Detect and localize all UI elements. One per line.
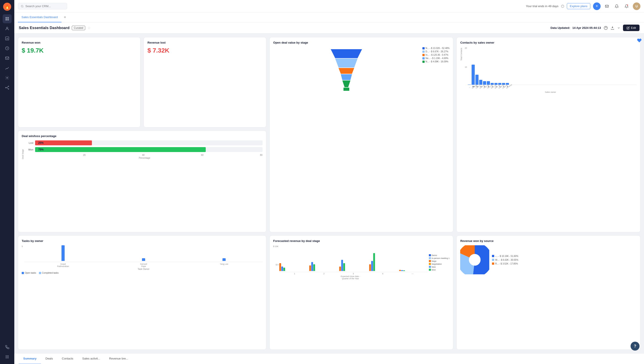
bar-fill-won: 75% [35, 147, 206, 152]
download-icon[interactable] [610, 26, 614, 30]
bar-pct-lost: 25% [38, 141, 44, 144]
pie-legend-1: -... - $ 10.16K - 51.60% [495, 255, 518, 257]
sidebar-item-inbox[interactable] [3, 54, 12, 62]
edit-button[interactable]: Edit [623, 24, 640, 31]
forecasted-revenue-card: Forecasted revenue by deal stage $ 10K $… [270, 236, 454, 350]
legend-nego-color [429, 260, 431, 262]
funnel-layer-1 [331, 49, 362, 58]
contacts-by-owner-card: Contacts by sales owner Total Contacts 2… [456, 37, 640, 232]
sidebar-item-dashboard[interactable] [3, 14, 12, 23]
dash-header-right: Data Updated: 14 Apr 2024 05:44:13 Edit [550, 24, 640, 31]
forecasted-x-1: 1 [294, 272, 295, 275]
favorite-icon[interactable] [637, 38, 642, 43]
bar-track-lost: 25% [35, 140, 262, 145]
sidebar: 🔥 [0, 0, 14, 364]
bottom-tab-summary[interactable]: Summary [19, 354, 41, 364]
search-input[interactable] [26, 4, 64, 8]
forecasted-bar-3-won [343, 263, 345, 271]
forecasted-bar-5-new [401, 270, 403, 271]
bottom-tabs: Summary Deals Contacts Sales activit... … [14, 353, 644, 364]
deal-win-loss-card: Deal win/loss percentage Deal Stage Lost… [18, 130, 266, 232]
help-circle-icon[interactable] [604, 26, 608, 30]
bar-fill-lost: 25% [35, 140, 92, 145]
funnel-legend-4: Ne... - $ 1.19K - 4.69% [426, 57, 448, 60]
task-bar-yang-open [222, 258, 226, 261]
pie-chart [460, 245, 489, 274]
forecasted-bar-2-new [311, 262, 313, 271]
revenue-lost-card: Revenue lost $ 7.32K [144, 37, 266, 128]
contacts-bar-ramesh [472, 64, 475, 85]
funnel-legend-3: In... - $ 120.36 - 0.47% [426, 54, 448, 56]
forecasted-x-5: --- [412, 272, 414, 275]
sidebar-item-settings[interactable] [3, 73, 12, 82]
svg-point-4 [6, 27, 8, 28]
legend-won: Won [432, 269, 436, 271]
add-button[interactable]: + [593, 2, 600, 10]
svg-rect-2 [6, 19, 7, 20]
sidebar-item-reports[interactable] [3, 34, 12, 43]
pie-legend-1-color [492, 255, 494, 257]
svg-point-12 [6, 355, 6, 356]
help-button[interactable]: ? [630, 342, 640, 350]
funnel-layer-3 [338, 68, 354, 74]
funnel-layer-5 [342, 80, 350, 87]
bottom-tab-contacts[interactable]: Contacts [58, 354, 78, 364]
legend-negotiation: Negotiation [432, 263, 442, 265]
tab-add-button[interactable]: + [62, 14, 69, 21]
svg-point-29 [469, 254, 480, 266]
avatar[interactable]: U [633, 2, 640, 10]
dash-header: Sales Essentials Dashboard Curated ☆ Dat… [14, 22, 644, 34]
revenue-won-value: $ 19.7K [22, 47, 137, 54]
logo[interactable]: 🔥 [3, 3, 11, 11]
tab-sales-essentials[interactable]: Sales Essentials Dashboard [18, 12, 62, 22]
bell-outline-icon[interactable] [613, 3, 620, 10]
bar-label-lost: Lost [26, 142, 33, 144]
svg-rect-23 [605, 5, 608, 8]
svg-point-13 [7, 355, 8, 356]
task-bar-gopal-open [62, 245, 64, 261]
contacts-x-title: Sales owner [464, 91, 636, 93]
open-deal-value-card: Open deal value by stage [270, 37, 454, 232]
svg-point-18 [6, 358, 6, 358]
forecasted-bar-4-new [371, 261, 373, 271]
completed-tasks-label: Completed tasks [42, 272, 58, 274]
bottom-tab-deals[interactable]: Deals [41, 354, 57, 364]
star-icon[interactable]: ☆ [88, 26, 90, 30]
forecasted-bar-1-won [283, 268, 285, 271]
funnel-base [344, 88, 349, 91]
svg-point-10 [8, 86, 9, 87]
topbar: Your trial ends in 49 days Explore plans… [14, 0, 644, 12]
sidebar-item-phone[interactable] [3, 342, 12, 352]
tab-bar: Sales Essentials Dashboard + [14, 12, 644, 22]
bottom-tab-revenue-breakdown[interactable]: Revenue bre... [105, 354, 132, 364]
chevron-down-icon[interactable] [617, 26, 620, 30]
svg-point-14 [8, 355, 8, 356]
sidebar-item-deals[interactable] [3, 44, 12, 53]
revenue-by-source-card: Revenue won by source -... - $ 10.1 [456, 236, 640, 350]
forecasted-x-3: 3 [353, 272, 354, 275]
search-icon [21, 5, 24, 8]
search-box[interactable] [18, 3, 67, 10]
sidebar-item-analytics[interactable] [3, 64, 12, 72]
sidebar-item-contacts[interactable] [3, 24, 12, 33]
svg-point-20 [8, 358, 8, 358]
sidebar-item-automations[interactable] [3, 83, 12, 92]
deal-axis-title: Percentage [26, 157, 262, 159]
svg-point-19 [7, 358, 8, 358]
forecasted-y-top: $ 10K [273, 245, 278, 248]
mail-icon[interactable] [603, 3, 610, 10]
forecasted-bar-5-won [403, 270, 405, 271]
topbar-right: Your trial ends in 49 days Explore plans… [526, 2, 640, 10]
forecasted-x-title: Expected close date -Quarter of the Year [273, 275, 428, 280]
forecasted-bar-1-nego [279, 263, 281, 271]
open-tasks-legend-color [22, 272, 24, 274]
notification-icon[interactable] [623, 3, 630, 10]
svg-point-24 [627, 4, 628, 6]
svg-rect-0 [6, 17, 7, 19]
legend-demo: Demo [432, 254, 437, 256]
bottom-tab-sales-activity[interactable]: Sales activit... [78, 354, 105, 364]
explore-plans-button[interactable]: Explore plans [567, 3, 590, 9]
sidebar-item-apps[interactable] [3, 352, 12, 361]
info-icon [561, 5, 564, 8]
funnel-legend-2-dot [422, 50, 425, 53]
